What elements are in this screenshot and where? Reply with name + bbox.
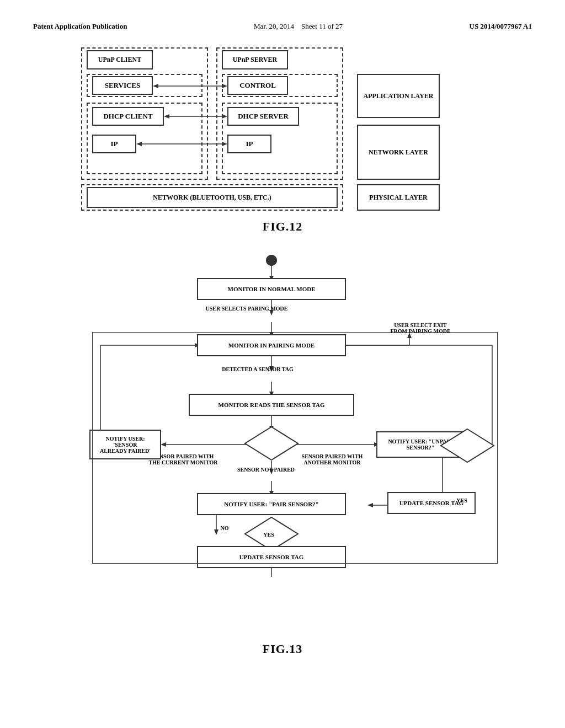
unpair-decision-diamond xyxy=(440,428,495,465)
notify-pair-box: NOTIFY USER: "PAIR SENSOR?" xyxy=(197,493,346,515)
user-select-exit-label: USER SELECT EXITFROM PAIRING MODE xyxy=(376,322,465,334)
upnp-server-label: UPnP SERVER xyxy=(222,50,288,69)
header-center: Mar. 20, 2014 Sheet 11 of 27 xyxy=(254,22,343,31)
fig12-title: FIG.12 xyxy=(76,220,489,234)
header-right: US 2014/0077967 A1 xyxy=(470,22,532,31)
app-layer-box: APPLICATION LAYER xyxy=(357,74,440,118)
start-circle xyxy=(266,255,277,266)
detected-sensor-label: DETECTED A SENSOR TAG xyxy=(197,366,318,372)
sensor-not-paired-label: SENSOR NOT PAIRED xyxy=(222,467,310,473)
yes-label: YES xyxy=(258,532,280,538)
net-layer-box: NETWORK LAYER xyxy=(357,125,440,180)
fig13-title: FIG.13 xyxy=(56,642,509,656)
monitor-normal-box: MONITOR IN NORMAL MODE xyxy=(197,278,346,300)
user-selects-label: USER SELECTS PARING MODE xyxy=(191,306,302,312)
monitor-pairing-box: MONITOR IN PAIRING MODE xyxy=(197,334,346,356)
header-left: Patent Application Publication xyxy=(33,22,127,31)
dhcp-server-box: DHCP SERVER xyxy=(227,107,299,126)
page: Patent Application Publication Mar. 20, … xyxy=(0,0,565,728)
svg-marker-23 xyxy=(161,442,166,447)
ip-right-box: IP xyxy=(227,135,271,153)
update-sensor-bottom-box: UPDATE SENSOR TAG xyxy=(197,546,346,568)
yes-right-label: YES xyxy=(454,497,470,504)
fig12-container: UPnP CLIENT UPnP SERVER SERVICES CONTROL xyxy=(76,47,489,234)
services-box: SERVICES xyxy=(92,76,153,95)
dhcp-client-box: DHCP CLIENT xyxy=(92,107,164,126)
ip-left-box: IP xyxy=(92,135,136,153)
upnp-client-label: UPnP CLIENT xyxy=(87,50,153,69)
notify-already-box: NOTIFY USER: 'SENSORALREADY PAIRED' xyxy=(89,430,161,459)
sensor-paired-another-label: SENSOR PAIRED WITHANOTHER MONITOR xyxy=(288,453,376,465)
control-box: CONTROL xyxy=(227,76,288,95)
no-label: NO xyxy=(211,525,238,531)
fig12-diagram: UPnP CLIENT UPnP SERVER SERVICES CONTROL xyxy=(76,47,489,213)
network-box: NETWORK (BLUETOOTH, USB, ETC.) xyxy=(87,187,338,208)
page-header: Patent Application Publication Mar. 20, … xyxy=(33,22,532,31)
fig13-container: MONITOR IN NORMAL MODE USER SELECTS PARI… xyxy=(56,250,509,656)
monitor-reads-box: MONITOR READS THE SENSOR TAG xyxy=(189,394,354,416)
phys-layer-box: PHYSICAL LAYER xyxy=(357,184,440,211)
svg-marker-54 xyxy=(441,429,494,462)
svg-marker-43 xyxy=(367,503,373,507)
fig13-flowchart: MONITOR IN NORMAL MODE USER SELECTS PARI… xyxy=(56,250,509,636)
